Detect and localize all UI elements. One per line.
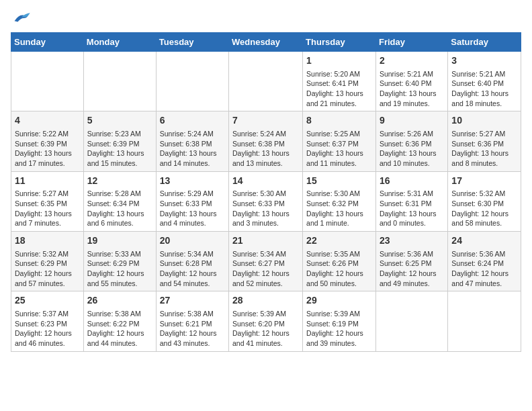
- calendar-week-row: 25Sunrise: 5:37 AM Sunset: 6:23 PM Dayli…: [11, 291, 521, 351]
- day-number: 19: [87, 234, 152, 248]
- calendar-cell: [11, 52, 84, 111]
- day-number: 24: [451, 234, 517, 248]
- day-info: Sunrise: 5:34 AM Sunset: 6:28 PM Dayligh…: [160, 250, 217, 287]
- weekday-header: Monday: [83, 33, 156, 52]
- calendar-cell: 8Sunrise: 5:25 AM Sunset: 6:37 PM Daylig…: [303, 111, 376, 171]
- day-number: 28: [232, 294, 299, 308]
- day-info: Sunrise: 5:37 AM Sunset: 6:23 PM Dayligh…: [15, 310, 72, 347]
- day-info: Sunrise: 5:36 AM Sunset: 6:25 PM Dayligh…: [380, 250, 437, 287]
- calendar-cell: 29Sunrise: 5:39 AM Sunset: 6:19 PM Dayli…: [303, 291, 376, 351]
- calendar-cell: 23Sunrise: 5:36 AM Sunset: 6:25 PM Dayli…: [375, 232, 447, 291]
- day-number: 25: [15, 294, 80, 308]
- day-number: 5: [87, 114, 152, 128]
- logo: [11, 11, 31, 26]
- calendar-cell: 9Sunrise: 5:26 AM Sunset: 6:36 PM Daylig…: [375, 111, 447, 171]
- day-number: 23: [380, 234, 444, 248]
- calendar-cell: 3Sunrise: 5:21 AM Sunset: 6:40 PM Daylig…: [448, 52, 521, 111]
- day-number: 21: [232, 234, 299, 248]
- calendar-cell: 6Sunrise: 5:24 AM Sunset: 6:38 PM Daylig…: [156, 111, 228, 171]
- day-info: Sunrise: 5:34 AM Sunset: 6:27 PM Dayligh…: [232, 250, 290, 287]
- day-number: 2: [380, 54, 444, 68]
- day-info: Sunrise: 5:32 AM Sunset: 6:29 PM Dayligh…: [15, 250, 72, 287]
- calendar-cell: 11Sunrise: 5:27 AM Sunset: 6:35 PM Dayli…: [11, 171, 84, 231]
- day-info: Sunrise: 5:26 AM Sunset: 6:36 PM Dayligh…: [380, 130, 437, 167]
- weekday-header: Wednesday: [229, 33, 303, 52]
- logo-bird-icon: [12, 11, 31, 26]
- weekday-header: Friday: [375, 33, 447, 52]
- calendar-cell: 25Sunrise: 5:37 AM Sunset: 6:23 PM Dayli…: [11, 291, 84, 351]
- day-number: 27: [160, 294, 225, 308]
- calendar-cell: 19Sunrise: 5:33 AM Sunset: 6:29 PM Dayli…: [83, 232, 156, 291]
- calendar-week-row: 1Sunrise: 5:20 AM Sunset: 6:41 PM Daylig…: [11, 52, 521, 111]
- day-number: 13: [160, 175, 225, 188]
- day-info: Sunrise: 5:21 AM Sunset: 6:40 PM Dayligh…: [451, 70, 508, 107]
- day-info: Sunrise: 5:38 AM Sunset: 6:22 PM Dayligh…: [87, 310, 144, 347]
- calendar-week-row: 11Sunrise: 5:27 AM Sunset: 6:35 PM Dayli…: [11, 171, 521, 231]
- calendar-cell: 15Sunrise: 5:30 AM Sunset: 6:32 PM Dayli…: [303, 171, 376, 231]
- day-number: 11: [15, 175, 80, 188]
- day-info: Sunrise: 5:29 AM Sunset: 6:33 PM Dayligh…: [160, 189, 217, 227]
- calendar-cell: 17Sunrise: 5:32 AM Sunset: 6:30 PM Dayli…: [448, 171, 521, 231]
- day-info: Sunrise: 5:38 AM Sunset: 6:21 PM Dayligh…: [160, 310, 217, 347]
- day-number: 14: [232, 175, 299, 188]
- day-info: Sunrise: 5:39 AM Sunset: 6:20 PM Dayligh…: [232, 310, 290, 347]
- calendar-cell: 7Sunrise: 5:24 AM Sunset: 6:38 PM Daylig…: [229, 111, 303, 171]
- day-number: 8: [306, 114, 372, 128]
- calendar-header-row: SundayMondayTuesdayWednesdayThursdayFrid…: [11, 33, 521, 52]
- page-header: [11, 11, 521, 26]
- calendar-cell: 12Sunrise: 5:28 AM Sunset: 6:34 PM Dayli…: [83, 171, 156, 231]
- day-number: 9: [380, 114, 444, 128]
- day-info: Sunrise: 5:24 AM Sunset: 6:38 PM Dayligh…: [160, 130, 217, 167]
- day-info: Sunrise: 5:24 AM Sunset: 6:38 PM Dayligh…: [232, 130, 290, 167]
- weekday-header: Thursday: [303, 33, 376, 52]
- calendar-cell: 1Sunrise: 5:20 AM Sunset: 6:41 PM Daylig…: [303, 52, 376, 111]
- calendar-cell: 28Sunrise: 5:39 AM Sunset: 6:20 PM Dayli…: [229, 291, 303, 351]
- day-info: Sunrise: 5:22 AM Sunset: 6:39 PM Dayligh…: [15, 130, 72, 167]
- day-number: 20: [160, 234, 225, 248]
- day-number: 26: [87, 294, 152, 308]
- calendar-cell: [448, 291, 521, 351]
- day-info: Sunrise: 5:20 AM Sunset: 6:41 PM Dayligh…: [306, 70, 363, 107]
- calendar-cell: 16Sunrise: 5:31 AM Sunset: 6:31 PM Dayli…: [375, 171, 447, 231]
- weekday-header: Saturday: [448, 33, 521, 52]
- weekday-header: Sunday: [11, 33, 84, 52]
- calendar-cell: 4Sunrise: 5:22 AM Sunset: 6:39 PM Daylig…: [11, 111, 84, 171]
- day-info: Sunrise: 5:39 AM Sunset: 6:19 PM Dayligh…: [306, 310, 363, 347]
- day-number: 10: [451, 114, 517, 128]
- day-number: 12: [87, 175, 152, 188]
- calendar-week-row: 18Sunrise: 5:32 AM Sunset: 6:29 PM Dayli…: [11, 232, 521, 291]
- day-number: 22: [306, 234, 372, 248]
- day-info: Sunrise: 5:32 AM Sunset: 6:30 PM Dayligh…: [451, 189, 508, 227]
- calendar-table: SundayMondayTuesdayWednesdayThursdayFrid…: [11, 32, 521, 352]
- calendar-cell: 18Sunrise: 5:32 AM Sunset: 6:29 PM Dayli…: [11, 232, 84, 291]
- calendar-cell: 13Sunrise: 5:29 AM Sunset: 6:33 PM Dayli…: [156, 171, 228, 231]
- calendar-cell: 2Sunrise: 5:21 AM Sunset: 6:40 PM Daylig…: [375, 52, 447, 111]
- day-info: Sunrise: 5:36 AM Sunset: 6:24 PM Dayligh…: [451, 250, 508, 287]
- calendar-cell: [156, 52, 228, 111]
- day-info: Sunrise: 5:27 AM Sunset: 6:35 PM Dayligh…: [15, 189, 72, 227]
- calendar-cell: 21Sunrise: 5:34 AM Sunset: 6:27 PM Dayli…: [229, 232, 303, 291]
- day-info: Sunrise: 5:30 AM Sunset: 6:32 PM Dayligh…: [306, 189, 363, 227]
- calendar-cell: 22Sunrise: 5:35 AM Sunset: 6:26 PM Dayli…: [303, 232, 376, 291]
- day-number: 17: [451, 175, 517, 188]
- calendar-cell: 27Sunrise: 5:38 AM Sunset: 6:21 PM Dayli…: [156, 291, 228, 351]
- calendar-week-row: 4Sunrise: 5:22 AM Sunset: 6:39 PM Daylig…: [11, 111, 521, 171]
- day-number: 4: [15, 114, 80, 128]
- day-number: 18: [15, 234, 80, 248]
- day-info: Sunrise: 5:33 AM Sunset: 6:29 PM Dayligh…: [87, 250, 144, 287]
- day-info: Sunrise: 5:31 AM Sunset: 6:31 PM Dayligh…: [380, 189, 437, 227]
- day-number: 1: [306, 54, 372, 68]
- day-info: Sunrise: 5:35 AM Sunset: 6:26 PM Dayligh…: [306, 250, 363, 287]
- weekday-header: Tuesday: [156, 33, 228, 52]
- day-info: Sunrise: 5:21 AM Sunset: 6:40 PM Dayligh…: [380, 70, 437, 107]
- calendar-cell: 14Sunrise: 5:30 AM Sunset: 6:33 PM Dayli…: [229, 171, 303, 231]
- day-number: 7: [232, 114, 299, 128]
- calendar-cell: [375, 291, 447, 351]
- calendar-cell: 20Sunrise: 5:34 AM Sunset: 6:28 PM Dayli…: [156, 232, 228, 291]
- calendar-cell: [229, 52, 303, 111]
- day-info: Sunrise: 5:28 AM Sunset: 6:34 PM Dayligh…: [87, 189, 144, 227]
- day-info: Sunrise: 5:30 AM Sunset: 6:33 PM Dayligh…: [232, 189, 290, 227]
- day-number: 3: [451, 54, 517, 68]
- day-info: Sunrise: 5:23 AM Sunset: 6:39 PM Dayligh…: [87, 130, 144, 167]
- calendar-cell: [83, 52, 156, 111]
